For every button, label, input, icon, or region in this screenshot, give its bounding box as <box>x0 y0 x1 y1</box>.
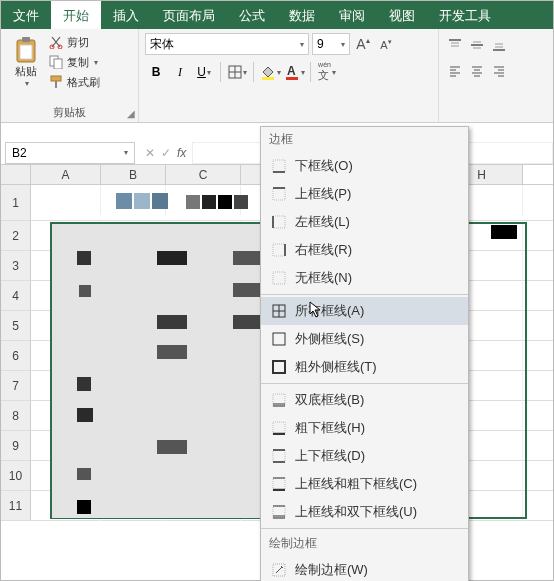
redacted-cell <box>157 345 187 359</box>
font-name-value: 宋体 <box>150 36 174 53</box>
row-header[interactable]: 3 <box>1 251 31 280</box>
menu-item-label: 上框线和粗下框线(C) <box>295 475 417 493</box>
svg-rect-42 <box>273 244 285 256</box>
paste-label: 粘贴 <box>15 64 37 79</box>
font-color-button[interactable]: A ▾ <box>283 61 305 83</box>
menu-item-border[interactable]: 所有框线(A) <box>261 297 468 325</box>
decrease-font-button[interactable]: A▾ <box>376 33 396 55</box>
font-size-select[interactable]: 9 ▾ <box>312 33 350 55</box>
fx-icon[interactable]: fx <box>177 146 186 160</box>
align-center-button[interactable] <box>467 61 487 81</box>
svg-rect-55 <box>273 450 285 462</box>
menu-item-border[interactable]: 双底框线(B) <box>261 386 468 414</box>
align-left-button[interactable] <box>445 61 465 81</box>
svg-rect-49 <box>273 361 285 373</box>
menu-item-draw-border[interactable]: 绘制边框(W) <box>261 556 468 581</box>
increase-font-button[interactable]: A▴ <box>353 33 373 55</box>
borders-icon <box>228 65 242 79</box>
name-box[interactable]: B2 ▾ <box>5 142 135 164</box>
row-header[interactable]: 9 <box>1 431 31 460</box>
row-header[interactable]: 4 <box>1 281 31 310</box>
menu-item-label: 下框线(O) <box>295 157 353 175</box>
svg-rect-1 <box>22 37 30 42</box>
menu-item-border[interactable]: 上下框线(D) <box>261 442 468 470</box>
tab-formulas[interactable]: 公式 <box>227 1 277 29</box>
row-header[interactable]: 10 <box>1 461 31 490</box>
svg-rect-2 <box>20 45 32 59</box>
menu-item-border[interactable]: 粗下框线(H) <box>261 414 468 442</box>
redacted-cell <box>77 377 91 391</box>
bold-button[interactable]: B <box>145 61 167 83</box>
tab-developer[interactable]: 开发工具 <box>427 1 503 29</box>
row-header[interactable]: 1 <box>1 185 31 220</box>
font-name-select[interactable]: 宋体 ▾ <box>145 33 309 55</box>
group-alignment <box>439 29 553 122</box>
italic-button[interactable]: I <box>169 61 191 83</box>
tab-review[interactable]: 审阅 <box>327 1 377 29</box>
redacted-cell <box>157 315 187 329</box>
row-header[interactable]: 5 <box>1 311 31 340</box>
menu-item-label: 粗外侧框线(T) <box>295 358 377 376</box>
group-clipboard: 粘贴 ▾ 剪切 复制 ▾ 格式刷 <box>1 29 139 122</box>
row-header[interactable]: 11 <box>1 491 31 520</box>
redacted-cell <box>134 193 150 209</box>
row-header[interactable]: 6 <box>1 341 31 370</box>
tab-insert[interactable]: 插入 <box>101 1 151 29</box>
menu-item-border[interactable]: 粗外侧框线(T) <box>261 353 468 381</box>
border-preview-icon <box>271 331 287 347</box>
menu-item-border[interactable]: 无框线(N) <box>261 264 468 292</box>
tab-file[interactable]: 文件 <box>1 1 51 29</box>
borders-button[interactable]: ▾ <box>226 61 248 83</box>
menu-item-border[interactable]: 左框线(L) <box>261 208 468 236</box>
row-header[interactable]: 2 <box>1 221 31 250</box>
row-header[interactable]: 8 <box>1 401 31 430</box>
phonetic-button[interactable]: wén文 ▾ <box>316 61 338 83</box>
menu-item-border[interactable]: 上框线(P) <box>261 180 468 208</box>
align-top-button[interactable] <box>445 35 465 55</box>
menu-item-border[interactable]: 下框线(O) <box>261 152 468 180</box>
underline-button[interactable]: U▾ <box>193 61 215 83</box>
align-right-button[interactable] <box>489 61 509 81</box>
paste-button[interactable]: 粘贴 ▾ <box>7 33 45 91</box>
svg-rect-8 <box>55 81 57 88</box>
redacted-cell <box>233 315 261 329</box>
copy-button[interactable]: 复制 ▾ <box>49 53 100 71</box>
col-header[interactable]: C <box>166 165 241 184</box>
menu-item-border[interactable]: 上框线和粗下框线(C) <box>261 470 468 498</box>
font-color-icon: A <box>284 64 300 80</box>
menu-item-border[interactable]: 右框线(R) <box>261 236 468 264</box>
format-painter-button[interactable]: 格式刷 <box>49 73 100 91</box>
menu-item-border[interactable]: 外侧框线(S) <box>261 325 468 353</box>
fill-color-button[interactable]: ▾ <box>259 61 281 83</box>
cut-button[interactable]: 剪切 <box>49 33 100 51</box>
cut-label: 剪切 <box>67 35 89 50</box>
menu-header-borders: 边框 <box>261 127 468 152</box>
col-header[interactable]: A <box>31 165 101 184</box>
cell[interactable] <box>31 185 101 215</box>
border-preview-icon <box>271 420 287 436</box>
svg-rect-7 <box>51 76 61 81</box>
align-middle-button[interactable] <box>467 35 487 55</box>
row-header[interactable]: 7 <box>1 371 31 400</box>
chevron-down-icon: ▾ <box>94 58 98 67</box>
dialog-launcher-icon[interactable]: ◢ <box>127 108 135 119</box>
svg-text:A: A <box>287 64 296 78</box>
redacted-cell <box>77 251 91 265</box>
redacted-cell <box>186 195 200 209</box>
col-header[interactable]: B <box>101 165 166 184</box>
select-all-corner[interactable] <box>1 165 31 184</box>
svg-rect-14 <box>286 77 298 80</box>
tab-home[interactable]: 开始 <box>51 1 101 29</box>
menu-separator <box>261 528 468 529</box>
chevron-down-icon: ▾ <box>277 68 281 77</box>
redacted-cell <box>77 468 91 480</box>
cancel-icon[interactable]: ✕ <box>145 146 155 160</box>
tab-data[interactable]: 数据 <box>277 1 327 29</box>
tab-page-layout[interactable]: 页面布局 <box>151 1 227 29</box>
menu-item-label: 上下框线(D) <box>295 447 365 465</box>
menu-item-border[interactable]: 上框线和双下框线(U) <box>261 498 468 526</box>
confirm-icon[interactable]: ✓ <box>161 146 171 160</box>
align-bottom-button[interactable] <box>489 35 509 55</box>
chevron-down-icon: ▾ <box>207 68 211 77</box>
tab-view[interactable]: 视图 <box>377 1 427 29</box>
